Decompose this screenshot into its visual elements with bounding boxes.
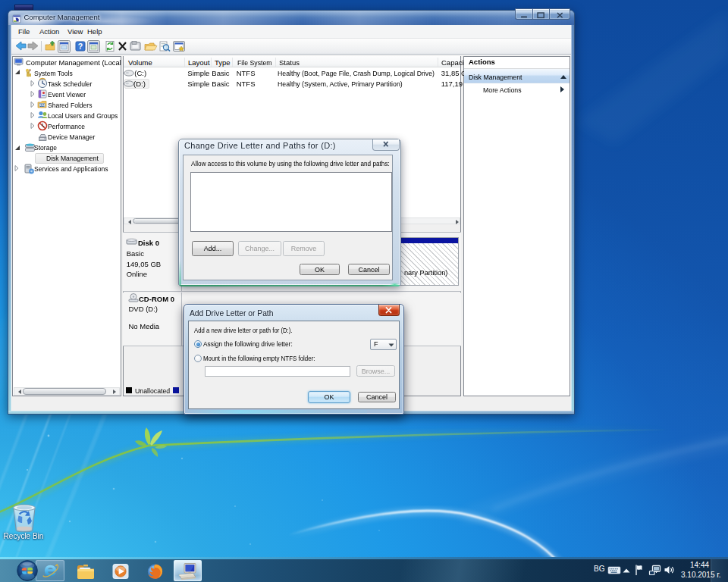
svg-text:?: ? — [78, 42, 83, 51]
svg-text:22: 22 — [40, 104, 45, 108]
